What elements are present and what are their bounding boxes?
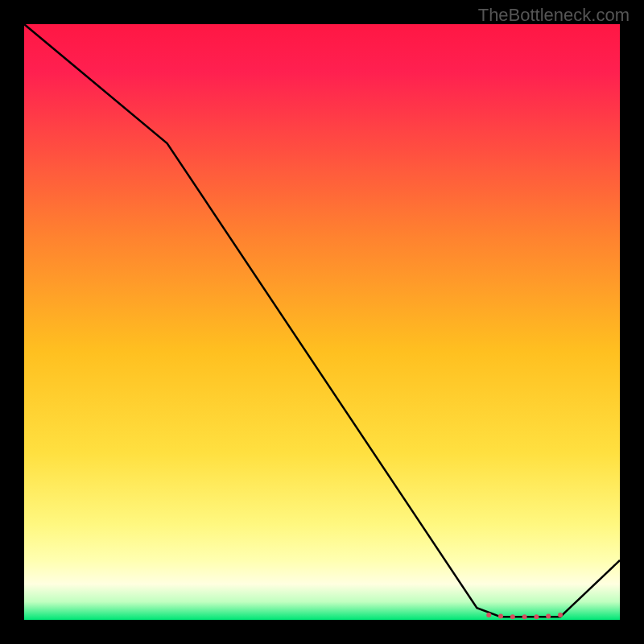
watermark-text: TheBottleneck.com bbox=[478, 5, 630, 26]
marker-point bbox=[510, 614, 515, 619]
marker-point bbox=[546, 614, 551, 619]
marker-point bbox=[522, 614, 527, 619]
marker-point bbox=[558, 613, 563, 617]
plot-area bbox=[24, 24, 620, 620]
chart-line-layer bbox=[24, 24, 620, 620]
data-curve bbox=[24, 24, 620, 617]
marker-point bbox=[486, 613, 491, 617]
marker-point bbox=[534, 614, 539, 619]
marker-point bbox=[498, 614, 503, 619]
